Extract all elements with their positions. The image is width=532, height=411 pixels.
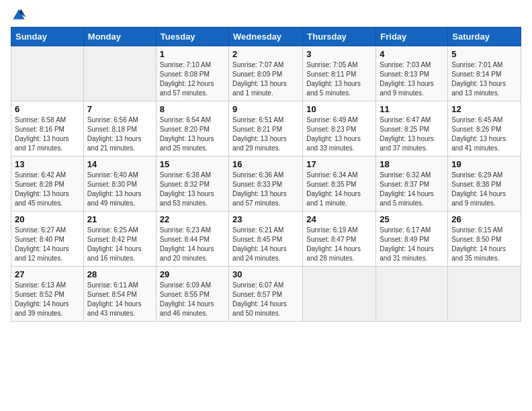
day-number: 16: [232, 159, 299, 169]
day-cell: 11Sunrise: 6:47 AM Sunset: 8:25 PM Dayli…: [376, 101, 448, 156]
day-number: 25: [380, 214, 444, 224]
th-monday: Monday: [83, 28, 156, 46]
day-cell: 29Sunrise: 6:09 AM Sunset: 8:55 PM Dayli…: [156, 267, 228, 322]
day-info: Sunrise: 7:10 AM Sunset: 8:08 PM Dayligh…: [160, 60, 225, 98]
day-number: 17: [306, 159, 372, 169]
day-number: 10: [306, 104, 372, 114]
th-friday: Friday: [376, 28, 448, 46]
day-info: Sunrise: 7:07 AM Sunset: 8:09 PM Dayligh…: [232, 60, 299, 98]
day-cell: 7Sunrise: 6:56 AM Sunset: 8:18 PM Daylig…: [83, 101, 156, 156]
day-number: 19: [451, 159, 517, 169]
day-number: 3: [306, 49, 372, 59]
day-cell: 17Sunrise: 6:34 AM Sunset: 8:35 PM Dayli…: [303, 156, 376, 212]
day-number: 28: [87, 269, 152, 279]
day-info: Sunrise: 6:51 AM Sunset: 8:21 PM Dayligh…: [232, 116, 299, 153]
day-info: Sunrise: 6:29 AM Sunset: 8:38 PM Dayligh…: [451, 171, 517, 208]
day-number: 20: [15, 214, 80, 224]
th-thursday: Thursday: [303, 28, 376, 46]
day-info: Sunrise: 6:07 AM Sunset: 8:57 PM Dayligh…: [232, 281, 299, 318]
day-info: Sunrise: 6:09 AM Sunset: 8:55 PM Dayligh…: [160, 281, 225, 318]
week-row-2: 6Sunrise: 6:58 AM Sunset: 8:16 PM Daylig…: [11, 101, 521, 156]
day-number: 24: [306, 214, 372, 224]
day-cell: 1Sunrise: 7:10 AM Sunset: 8:08 PM Daylig…: [156, 46, 228, 101]
day-info: Sunrise: 6:21 AM Sunset: 8:45 PM Dayligh…: [232, 226, 299, 263]
day-number: 9: [232, 104, 299, 114]
day-cell: [11, 46, 84, 101]
day-cell: 15Sunrise: 6:38 AM Sunset: 8:32 PM Dayli…: [156, 156, 228, 212]
day-number: 1: [160, 49, 225, 59]
th-sunday: Sunday: [11, 28, 84, 46]
day-info: Sunrise: 6:15 AM Sunset: 8:50 PM Dayligh…: [451, 226, 517, 263]
week-row-1: 1Sunrise: 7:10 AM Sunset: 8:08 PM Daylig…: [11, 46, 521, 101]
day-cell: 19Sunrise: 6:29 AM Sunset: 8:38 PM Dayli…: [448, 156, 521, 212]
day-info: Sunrise: 6:56 AM Sunset: 8:18 PM Dayligh…: [87, 116, 152, 153]
day-cell: 5Sunrise: 7:01 AM Sunset: 8:14 PM Daylig…: [448, 46, 521, 101]
day-info: Sunrise: 6:54 AM Sunset: 8:20 PM Dayligh…: [160, 116, 225, 153]
day-cell: [448, 267, 521, 322]
day-info: Sunrise: 6:23 AM Sunset: 8:44 PM Dayligh…: [160, 226, 225, 263]
day-info: Sunrise: 6:49 AM Sunset: 8:23 PM Dayligh…: [306, 116, 372, 153]
day-cell: 22Sunrise: 6:23 AM Sunset: 8:44 PM Dayli…: [156, 212, 228, 267]
day-number: 8: [160, 104, 225, 114]
day-cell: 4Sunrise: 7:03 AM Sunset: 8:13 PM Daylig…: [376, 46, 448, 101]
day-number: 5: [451, 49, 517, 59]
day-info: Sunrise: 6:38 AM Sunset: 8:32 PM Dayligh…: [160, 171, 225, 208]
day-info: Sunrise: 6:40 AM Sunset: 8:30 PM Dayligh…: [87, 171, 152, 208]
day-number: 22: [160, 214, 225, 224]
day-info: Sunrise: 6:36 AM Sunset: 8:33 PM Dayligh…: [232, 171, 299, 208]
day-number: 7: [87, 104, 152, 114]
day-number: 14: [87, 159, 152, 169]
logo-icon: [11, 7, 27, 23]
day-cell: 12Sunrise: 6:45 AM Sunset: 8:26 PM Dayli…: [448, 101, 521, 156]
day-cell: 23Sunrise: 6:21 AM Sunset: 8:45 PM Dayli…: [229, 212, 303, 267]
calendar-table: Sunday Monday Tuesday Wednesday Thursday…: [11, 27, 521, 322]
day-info: Sunrise: 6:42 AM Sunset: 8:28 PM Dayligh…: [15, 171, 80, 208]
week-row-4: 20Sunrise: 6:27 AM Sunset: 8:40 PM Dayli…: [11, 212, 521, 267]
page: Sunday Monday Tuesday Wednesday Thursday…: [0, 0, 532, 411]
day-info: Sunrise: 6:25 AM Sunset: 8:42 PM Dayligh…: [87, 226, 152, 263]
day-cell: [376, 267, 448, 322]
day-cell: 9Sunrise: 6:51 AM Sunset: 8:21 PM Daylig…: [229, 101, 303, 156]
header: [11, 7, 521, 23]
logo: [11, 7, 27, 23]
day-cell: 6Sunrise: 6:58 AM Sunset: 8:16 PM Daylig…: [11, 101, 84, 156]
day-info: Sunrise: 6:11 AM Sunset: 8:54 PM Dayligh…: [87, 281, 152, 318]
day-info: Sunrise: 6:13 AM Sunset: 8:52 PM Dayligh…: [15, 281, 80, 318]
day-info: Sunrise: 6:34 AM Sunset: 8:35 PM Dayligh…: [306, 171, 372, 208]
day-number: 29: [160, 269, 225, 279]
day-number: 18: [380, 159, 444, 169]
th-wednesday: Wednesday: [229, 28, 303, 46]
day-cell: 8Sunrise: 6:54 AM Sunset: 8:20 PM Daylig…: [156, 101, 228, 156]
day-number: 23: [232, 214, 299, 224]
day-cell: 20Sunrise: 6:27 AM Sunset: 8:40 PM Dayli…: [11, 212, 84, 267]
day-info: Sunrise: 6:32 AM Sunset: 8:37 PM Dayligh…: [380, 171, 444, 208]
day-number: 11: [380, 104, 444, 114]
day-number: 4: [380, 49, 444, 59]
day-info: Sunrise: 6:27 AM Sunset: 8:40 PM Dayligh…: [15, 226, 80, 263]
day-info: Sunrise: 6:17 AM Sunset: 8:49 PM Dayligh…: [380, 226, 444, 263]
day-info: Sunrise: 6:47 AM Sunset: 8:25 PM Dayligh…: [380, 116, 444, 153]
day-info: Sunrise: 6:45 AM Sunset: 8:26 PM Dayligh…: [451, 116, 517, 153]
day-cell: 27Sunrise: 6:13 AM Sunset: 8:52 PM Dayli…: [11, 267, 84, 322]
day-cell: [83, 46, 156, 101]
day-cell: 21Sunrise: 6:25 AM Sunset: 8:42 PM Dayli…: [83, 212, 156, 267]
day-cell: 25Sunrise: 6:17 AM Sunset: 8:49 PM Dayli…: [376, 212, 448, 267]
day-number: 21: [87, 214, 152, 224]
th-saturday: Saturday: [448, 28, 521, 46]
day-number: 6: [15, 104, 80, 114]
day-info: Sunrise: 6:58 AM Sunset: 8:16 PM Dayligh…: [15, 116, 80, 153]
week-row-3: 13Sunrise: 6:42 AM Sunset: 8:28 PM Dayli…: [11, 156, 521, 212]
day-cell: 14Sunrise: 6:40 AM Sunset: 8:30 PM Dayli…: [83, 156, 156, 212]
day-cell: 16Sunrise: 6:36 AM Sunset: 8:33 PM Dayli…: [229, 156, 303, 212]
day-cell: 26Sunrise: 6:15 AM Sunset: 8:50 PM Dayli…: [448, 212, 521, 267]
day-cell: 3Sunrise: 7:05 AM Sunset: 8:11 PM Daylig…: [303, 46, 376, 101]
day-number: 15: [160, 159, 225, 169]
day-cell: 10Sunrise: 6:49 AM Sunset: 8:23 PM Dayli…: [303, 101, 376, 156]
day-cell: 2Sunrise: 7:07 AM Sunset: 8:09 PM Daylig…: [229, 46, 303, 101]
day-cell: 24Sunrise: 6:19 AM Sunset: 8:47 PM Dayli…: [303, 212, 376, 267]
day-number: 27: [15, 269, 80, 279]
day-number: 2: [232, 49, 299, 59]
day-info: Sunrise: 7:05 AM Sunset: 8:11 PM Dayligh…: [306, 60, 372, 98]
day-cell: 30Sunrise: 6:07 AM Sunset: 8:57 PM Dayli…: [229, 267, 303, 322]
day-cell: 18Sunrise: 6:32 AM Sunset: 8:37 PM Dayli…: [376, 156, 448, 212]
